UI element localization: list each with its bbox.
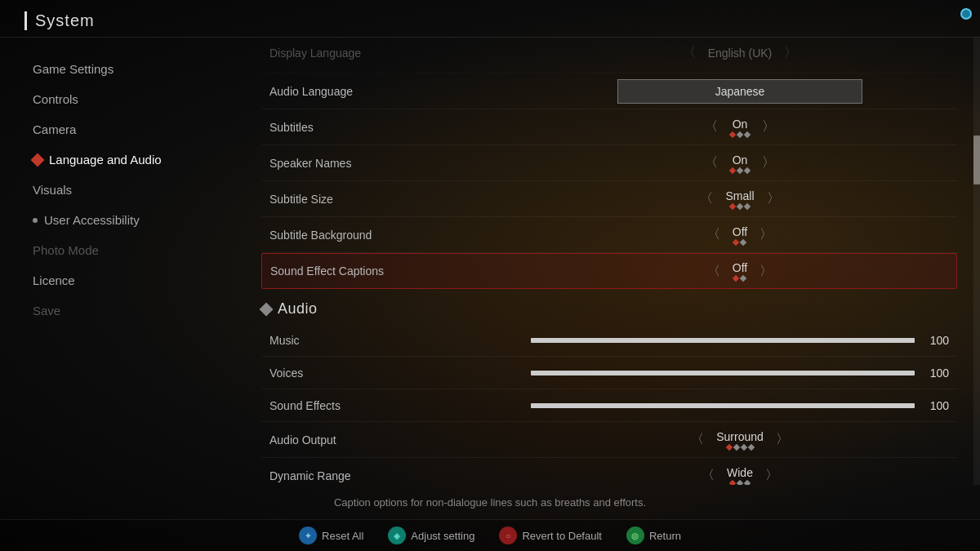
dynamic-range-value: Wide xyxy=(727,466,753,479)
audio-section-title: Audio xyxy=(278,300,318,318)
subtitle-bg-value: Off xyxy=(733,225,747,238)
dot-3 xyxy=(744,479,751,485)
value-container: Surround xyxy=(716,430,764,450)
display-language-label: Display Language xyxy=(270,47,531,60)
sidebar-item-game-settings[interactable]: Game Settings xyxy=(0,54,245,84)
value-container: Off xyxy=(733,261,747,281)
arrow-right[interactable]: 〉 xyxy=(760,263,773,280)
dot-2 xyxy=(737,202,743,209)
sidebar-label: Visuals xyxy=(33,183,72,197)
reset-all-icon: ✦ xyxy=(299,527,317,544)
subtitles-control: 〈 On 〉 xyxy=(531,118,949,137)
sidebar-item-visuals[interactable]: Visuals xyxy=(0,175,245,205)
audio-output-row: Audio Output 〈 Surround 〉 xyxy=(261,422,957,458)
sidebar-item-photo-mode: Photo Mode xyxy=(0,235,245,265)
dot-2 xyxy=(737,131,743,137)
arrow-right[interactable]: 〉 xyxy=(765,467,778,484)
sound-effect-captions-dots xyxy=(733,276,746,281)
dot-2 xyxy=(737,167,743,173)
music-slider-container: 100 xyxy=(531,334,949,347)
dot-1 xyxy=(729,167,736,173)
adjust-setting-action[interactable]: ◈ Adjust setting xyxy=(388,527,474,544)
subtitle-bg-dots xyxy=(733,240,746,245)
sidebar-label: Controls xyxy=(33,92,78,106)
sidebar-item-user-accessibility[interactable]: User Accessibility xyxy=(0,205,245,235)
section-diamond-icon xyxy=(260,302,274,316)
dot-3 xyxy=(744,202,751,209)
arrow-left[interactable]: 〈 xyxy=(705,118,718,136)
sound-effects-row: Sound Effects 100 xyxy=(261,389,957,422)
dynamic-range-dots xyxy=(730,481,750,486)
dot-3 xyxy=(744,167,751,173)
music-value: 100 xyxy=(924,334,949,347)
subtitle-size-control: 〈 Small 〉 xyxy=(531,189,949,209)
sidebar-item-controls[interactable]: Controls xyxy=(0,84,245,114)
dot-3 xyxy=(744,131,751,137)
speaker-names-row: Speaker Names 〈 On 〉 xyxy=(261,145,957,181)
dot-2 xyxy=(733,443,739,450)
speaker-names-dots xyxy=(730,168,750,173)
sound-effects-label: Sound Effects xyxy=(270,399,531,412)
subtitle-size-value: Small xyxy=(725,189,754,202)
sound-effects-slider-container: 100 xyxy=(531,399,949,412)
dynamic-range-label: Dynamic Range xyxy=(270,469,531,482)
value-container: On xyxy=(730,153,750,173)
subtitle-size-label: Subtitle Size xyxy=(270,193,531,206)
scrollbar-track[interactable] xyxy=(973,38,980,485)
return-label: Return xyxy=(649,530,681,542)
value-container: Wide xyxy=(727,466,753,486)
subtitles-dots xyxy=(730,132,750,137)
sidebar-item-save: Save xyxy=(0,295,245,326)
settings-panel: Display Language 〈 English (UK) 〉 Audio … xyxy=(245,38,973,485)
voices-fill xyxy=(531,371,915,375)
dot-1 xyxy=(733,275,739,282)
content-area: Game Settings Controls Camera Language a… xyxy=(0,38,980,485)
revert-action[interactable]: ○ Revert to Default xyxy=(499,527,602,544)
reset-all-action[interactable]: ✦ Reset All xyxy=(299,527,363,544)
arrow-right[interactable]: 〉 xyxy=(762,154,775,171)
adjust-setting-label: Adjust setting xyxy=(411,530,474,542)
arrow-left[interactable]: 〈 xyxy=(691,431,704,448)
sidebar-label: Language and Audio xyxy=(49,153,162,167)
audio-output-label: Audio Output xyxy=(270,433,531,447)
arrow-right[interactable]: 〉 xyxy=(784,44,797,61)
sidebar-item-language-audio[interactable]: Language and Audio xyxy=(0,144,245,175)
subtitle-bg-row: Subtitle Background 〈 Off 〉 xyxy=(261,217,957,253)
audio-output-control: 〈 Surround 〉 xyxy=(531,430,949,450)
sidebar-item-camera[interactable]: Camera xyxy=(0,114,245,144)
sidebar-label: Camera xyxy=(33,122,76,136)
arrow-right[interactable]: 〉 xyxy=(776,431,789,448)
audio-language-box[interactable]: Japanese xyxy=(617,79,862,104)
speaker-names-value: On xyxy=(733,153,748,167)
arrow-left[interactable]: 〈 xyxy=(702,467,715,484)
music-track xyxy=(531,338,915,343)
subtitles-value: On xyxy=(733,118,748,131)
arrow-right[interactable]: 〉 xyxy=(760,226,773,243)
arrow-left[interactable]: 〈 xyxy=(683,44,696,61)
header: System xyxy=(0,0,980,38)
arrow-left[interactable]: 〈 xyxy=(707,263,720,280)
dot-2 xyxy=(740,238,746,245)
subtitles-row: Subtitles 〈 On 〉 xyxy=(261,109,957,145)
sidebar-item-licence[interactable]: Licence xyxy=(0,265,245,295)
revert-icon: ○ xyxy=(499,527,517,544)
voices-label: Voices xyxy=(270,367,531,380)
arrow-left[interactable]: 〈 xyxy=(707,226,720,243)
dot-1 xyxy=(729,479,736,485)
dynamic-range-control: 〈 Wide 〉 xyxy=(531,466,949,486)
scrollbar-thumb[interactable] xyxy=(973,136,980,184)
return-action[interactable]: ◎ Return xyxy=(626,527,681,544)
voices-slider-container: 100 xyxy=(531,367,949,380)
info-text: Caption options for non-dialogue lines s… xyxy=(334,496,646,509)
dot-2 xyxy=(740,275,746,282)
sidebar-label: Game Settings xyxy=(33,62,114,76)
setting-value: English (UK) xyxy=(708,47,773,60)
arrow-left[interactable]: 〈 xyxy=(705,154,718,171)
dot-4 xyxy=(747,443,754,450)
arrow-right[interactable]: 〉 xyxy=(767,190,780,207)
arrow-right[interactable]: 〉 xyxy=(762,118,775,136)
dynamic-range-row: Dynamic Range 〈 Wide 〉 xyxy=(261,458,957,485)
arrow-left[interactable]: 〈 xyxy=(700,190,713,207)
voices-track xyxy=(531,371,915,375)
sound-effect-captions-row[interactable]: Sound Effect Captions 〈 Off 〉 xyxy=(261,253,957,289)
